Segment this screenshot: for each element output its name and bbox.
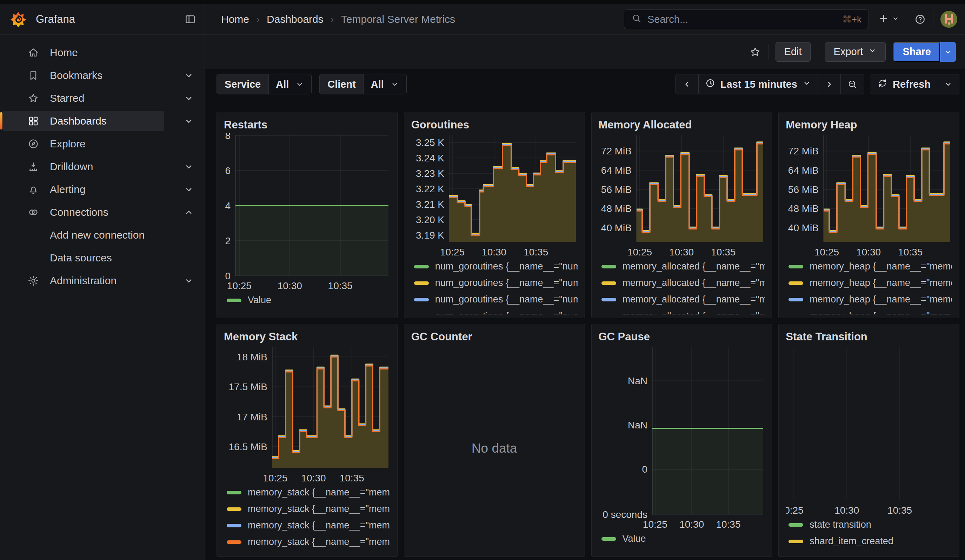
sidebar-item-bookmarks[interactable]: Bookmarks <box>0 64 204 87</box>
chart-legend: memory_heap {__name__="memory_hmemory_he… <box>786 258 952 314</box>
svg-text:10:30: 10:30 <box>278 280 302 291</box>
time-series-chart[interactable]: 40 MiB48 MiB56 MiB64 MiB72 MiB10:2510:30… <box>786 133 952 258</box>
panel-title[interactable]: GC Pause <box>599 330 765 344</box>
legend-item[interactable]: state transition <box>786 516 952 533</box>
panel-title[interactable]: GC Counter <box>411 330 577 344</box>
breadcrumb-dashboards[interactable]: Dashboards <box>267 13 324 25</box>
share-button[interactable]: Share <box>893 42 940 62</box>
time-range-button[interactable]: Last 15 minutes <box>698 74 818 94</box>
filter-client: ClientAll <box>319 74 407 95</box>
chart-area[interactable]: 40 MiB48 MiB56 MiB64 MiB72 MiB10:2510:30… <box>786 133 952 258</box>
sidebar-toggle-icon[interactable] <box>184 13 196 25</box>
sidebar-item-home[interactable]: Home <box>0 41 204 64</box>
time-forward-button[interactable] <box>818 74 841 94</box>
legend-item[interactable]: memory_heap {__name__="memory_h <box>786 258 952 275</box>
svg-text:10:30: 10:30 <box>834 505 859 516</box>
chart-area[interactable]: 3.19 K3.20 K3.21 K3.22 K3.23 K3.24 K3.25… <box>411 133 577 258</box>
legend-item[interactable]: memory_heap {__name__="memory_h <box>786 291 952 308</box>
legend-marker-icon <box>414 265 429 268</box>
legend-item[interactable]: num_goroutines {__name__="num_go <box>411 275 577 291</box>
legend-item[interactable]: num_goroutines {__name__="num_go <box>411 258 577 275</box>
chevron-down-icon[interactable] <box>183 269 194 292</box>
chart-area[interactable]: 0 seconds0NaNNaN10:2510:3010:35 <box>599 345 765 531</box>
svg-text:8: 8 <box>225 133 231 141</box>
avatar[interactable] <box>940 11 957 28</box>
sidebar-item-data-sources[interactable]: Data sources <box>0 247 204 269</box>
chevron-down-icon[interactable] <box>183 64 194 87</box>
legend-marker-icon <box>414 281 429 285</box>
sidebar-item-add-new-connection[interactable]: Add new connection <box>0 224 204 247</box>
panel-title[interactable]: Goroutines <box>411 118 577 132</box>
legend-item[interactable]: shard_item_created <box>786 533 952 550</box>
search-shortcut: ⌘+k <box>842 14 862 25</box>
legend-item[interactable]: memory_stack {__name__="memory_s <box>224 484 390 501</box>
chart-area[interactable]: 16.5 MiB17 MiB17.5 MiB18 MiB10:2510:3010… <box>224 345 390 484</box>
dashboard-toolbar: Edit Export Share <box>205 35 965 69</box>
refresh-interval-button[interactable] <box>937 74 959 94</box>
filter-value-dropdown[interactable]: All <box>268 74 311 94</box>
panel-title[interactable]: State Transition <box>786 330 952 344</box>
sidebar-item-administration[interactable]: Administration <box>0 269 204 292</box>
legend-item[interactable]: Value <box>599 531 765 547</box>
chevron-down-icon[interactable] <box>183 87 194 109</box>
sidebar-item-label: Drilldown <box>50 161 93 173</box>
legend-item[interactable]: num_goroutines {__name__="num_go <box>411 291 577 308</box>
sidebar-item-drilldown[interactable]: Drilldown <box>0 155 204 178</box>
breadcrumb-separator: › <box>256 13 260 25</box>
time-series-chart[interactable]: 40 MiB48 MiB56 MiB64 MiB72 MiB10:2510:30… <box>599 133 765 258</box>
sidebar-item-starred[interactable]: Starred <box>0 87 204 109</box>
breadcrumb-home[interactable]: Home <box>221 13 249 25</box>
legend-item[interactable]: memory_stack {__name__="memory_s <box>224 517 390 534</box>
sidebar-item-connections[interactable]: Connections <box>0 201 204 224</box>
sidebar-item-label: Add new connection <box>50 229 145 241</box>
chevron-down-icon[interactable] <box>183 178 194 201</box>
edit-button[interactable]: Edit <box>775 42 811 62</box>
legend-item[interactable]: memory_allocated {__name__="memc <box>599 258 765 275</box>
panel-title[interactable]: Memory Allocated <box>599 118 765 132</box>
panel-title[interactable]: Restarts <box>224 118 390 132</box>
favorite-star-icon[interactable] <box>749 46 761 58</box>
export-button[interactable]: Export <box>825 42 886 62</box>
legend-item[interactable]: memory_allocated {__name__="memc <box>599 291 765 308</box>
sidebar-item-explore[interactable]: Explore <box>0 132 204 155</box>
chevron-down-icon[interactable] <box>183 155 194 178</box>
search-input[interactable]: Search... ⌘+k <box>624 10 869 29</box>
legend-label: memory_allocated {__name__="memc <box>623 261 765 272</box>
chevron-down-icon <box>891 15 900 24</box>
sidebar-item-alerting[interactable]: Alerting <box>0 178 204 201</box>
refresh-button[interactable]: Refresh <box>871 74 937 94</box>
panel-title[interactable]: Memory Heap <box>786 118 952 132</box>
time-series-chart[interactable]: 0 seconds0NaNNaN10:2510:3010:35 <box>599 345 765 531</box>
chevron-down-icon[interactable] <box>183 109 194 132</box>
legend-item[interactable]: memory_stack {__name__="memory_s <box>224 501 390 517</box>
legend-item[interactable]: memory_allocated {__name__="memc <box>599 275 765 291</box>
time-series-chart[interactable]: 16.5 MiB17 MiB17.5 MiB18 MiB10:2510:3010… <box>224 345 390 484</box>
svg-text:0 seconds: 0 seconds <box>602 509 648 520</box>
new-menu-button[interactable] <box>878 13 900 26</box>
panel-title[interactable]: Memory Stack <box>224 330 390 344</box>
chart-area[interactable]: 40 MiB48 MiB56 MiB64 MiB72 MiB10:2510:30… <box>599 133 765 258</box>
zoom-out-button[interactable] <box>841 74 864 94</box>
chevron-up-icon[interactable] <box>183 201 194 224</box>
legend-item[interactable]: memory_heap {__name__="memory_h <box>786 275 952 291</box>
sidebar-item-dashboards[interactable]: Dashboards <box>0 109 204 132</box>
legend-marker-icon <box>788 540 803 543</box>
legend-item[interactable]: memory_heap {__name__="memory_h <box>786 308 952 314</box>
chart-area[interactable]: 0:2510:3010:35 <box>786 345 952 516</box>
filter-value-dropdown[interactable]: All <box>363 74 406 94</box>
svg-text:18 MiB: 18 MiB <box>237 351 267 362</box>
time-back-button[interactable] <box>676 74 698 94</box>
time-series-chart[interactable]: 0246810:2510:3010:35 <box>224 133 390 292</box>
bell-icon <box>27 183 40 196</box>
legend-item[interactable]: Value <box>224 292 390 309</box>
help-button[interactable] <box>914 13 926 25</box>
legend-label: memory_stack {__name__="memory_s <box>248 537 390 547</box>
time-series-chart[interactable]: 0:2510:3010:35 <box>786 345 952 516</box>
share-menu-button[interactable] <box>940 42 956 62</box>
legend-item[interactable]: memory_allocated {__name__="memc <box>599 308 765 314</box>
time-series-chart[interactable]: 3.19 K3.20 K3.21 K3.22 K3.23 K3.24 K3.25… <box>411 133 577 258</box>
chart-area[interactable]: 0246810:2510:3010:35 <box>224 133 390 292</box>
legend-item[interactable]: num_goroutines {__name__="num_go <box>411 308 577 314</box>
legend-item[interactable]: memory_stack {__name__="memory_s <box>224 534 390 550</box>
sidebar-item-label: Bookmarks <box>50 70 103 82</box>
